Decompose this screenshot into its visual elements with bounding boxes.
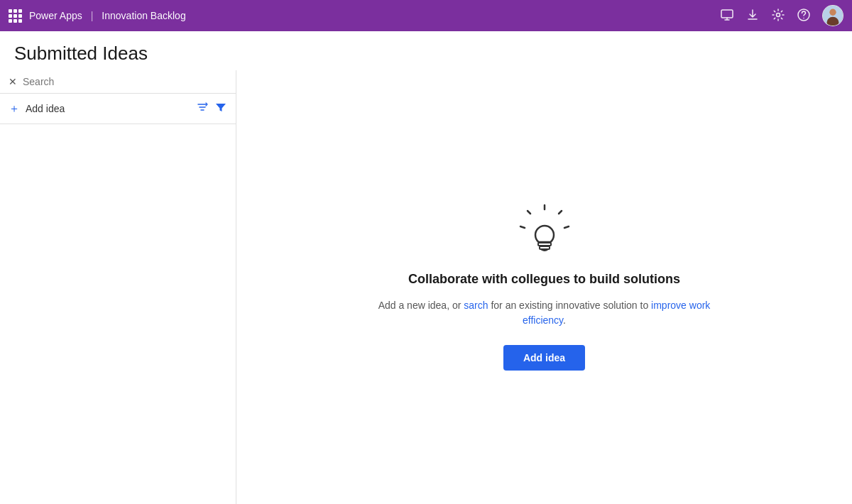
add-idea-label: Add idea xyxy=(26,103,65,114)
separator: | xyxy=(91,10,94,21)
add-idea-actions xyxy=(196,101,227,116)
topbar-right xyxy=(720,5,843,26)
svg-rect-0 xyxy=(721,10,733,18)
search-bar: ✕ xyxy=(0,70,236,94)
sidebar: ✕ ＋ Add idea xyxy=(0,70,236,504)
add-idea-button-sidebar[interactable]: ＋ Add idea xyxy=(9,102,65,116)
main-layout: ✕ ＋ Add idea xyxy=(0,70,852,504)
topbar: Power Apps | Innovation Backlog xyxy=(0,0,852,31)
add-idea-cta-button[interactable]: Add idea xyxy=(503,345,585,371)
svg-line-8 xyxy=(559,211,562,214)
search-close-icon[interactable]: ✕ xyxy=(9,76,17,87)
apps-grid-icon[interactable] xyxy=(9,9,22,23)
empty-state: Collaborate with collegues to build solu… xyxy=(367,204,722,371)
svg-line-11 xyxy=(520,226,525,228)
page: Submitted Ideas ✕ ＋ Add idea xyxy=(0,31,852,504)
app-title: Innovation Backlog xyxy=(102,10,185,21)
lightbulb-icon xyxy=(516,204,573,261)
add-icon: ＋ xyxy=(9,102,20,116)
svg-line-9 xyxy=(564,226,569,228)
improve-link[interactable]: improve work efficiency xyxy=(523,300,710,326)
svg-point-5 xyxy=(829,9,836,16)
svg-point-3 xyxy=(803,17,804,18)
app-name: Power Apps xyxy=(29,10,82,21)
settings-icon[interactable] xyxy=(771,8,785,24)
help-icon[interactable] xyxy=(797,8,811,24)
svg-line-10 xyxy=(528,211,530,214)
empty-state-description: Add a new idea, or sarch for an existing… xyxy=(367,298,722,328)
download-icon[interactable] xyxy=(746,8,760,24)
page-title: Submitted Ideas xyxy=(14,43,838,65)
empty-state-title: Collaborate with collegues to build solu… xyxy=(408,272,680,287)
search-input[interactable] xyxy=(23,76,227,87)
search-link[interactable]: sarch xyxy=(464,300,488,311)
add-idea-row: ＋ Add idea xyxy=(0,94,236,124)
avatar[interactable] xyxy=(822,5,843,26)
main-content: Collaborate with collegues to build solu… xyxy=(236,70,852,504)
monitor-icon[interactable] xyxy=(720,8,734,24)
svg-rect-12 xyxy=(538,243,551,246)
sort-icon[interactable] xyxy=(196,101,209,116)
svg-point-1 xyxy=(777,13,780,16)
page-header: Submitted Ideas xyxy=(0,31,852,70)
topbar-left: Power Apps | Innovation Backlog xyxy=(9,9,186,23)
filter-icon[interactable] xyxy=(214,101,227,116)
